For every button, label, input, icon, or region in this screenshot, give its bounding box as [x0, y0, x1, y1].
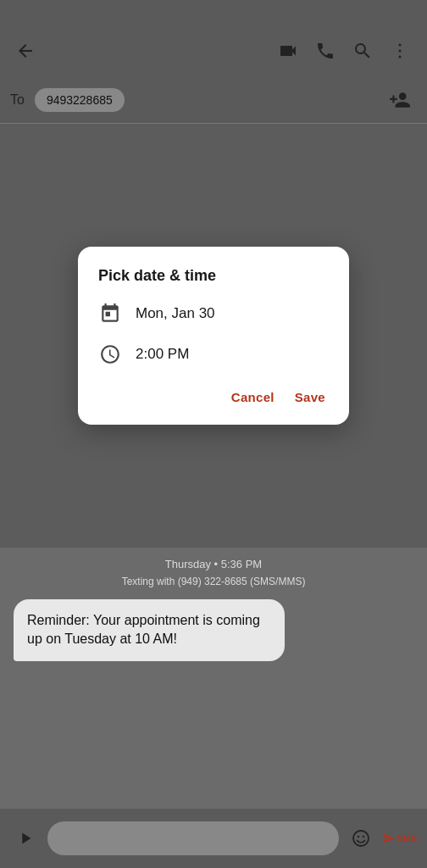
pick-date-time-dialog: Pick date & time Mon, Jan 30 2:00 PM — [78, 247, 349, 425]
send-sms-button[interactable]: SMS — [383, 821, 417, 855]
search-button[interactable] — [346, 34, 380, 68]
toolbar — [0, 25, 427, 76]
cancel-button[interactable]: Cancel — [228, 383, 278, 411]
back-button[interactable] — [10, 36, 41, 66]
input-bar: SMS — [0, 809, 427, 868]
bottom-chat-area: Thursday • 5:36 PM Texting with (949) 32… — [0, 548, 427, 661]
add-contact-button[interactable] — [383, 83, 417, 117]
dialog-actions: Cancel Save — [98, 383, 329, 411]
video-call-button[interactable] — [271, 34, 305, 68]
save-button[interactable]: Save — [291, 383, 329, 411]
phone-call-button[interactable] — [308, 34, 342, 68]
to-field: To 9493228685 — [0, 76, 427, 124]
emoji-button[interactable] — [346, 823, 376, 854]
chat-subtitle: Texting with (949) 322-8685 (SMS/MMS) — [14, 576, 413, 587]
svg-point-4 — [358, 836, 359, 837]
calendar-icon — [98, 302, 122, 326]
dialog-title: Pick date & time — [98, 267, 329, 285]
clock-icon — [98, 342, 122, 366]
recipient-chip[interactable]: 9493228685 — [35, 88, 125, 112]
chat-area: Pick date & time Mon, Jan 30 2:00 PM — [0, 124, 427, 548]
time-row[interactable]: 2:00 PM — [98, 342, 329, 366]
svg-point-0 — [399, 44, 402, 47]
to-label: To — [10, 92, 25, 108]
dialog-overlay: Pick date & time Mon, Jan 30 2:00 PM — [0, 124, 427, 548]
svg-point-5 — [363, 836, 364, 837]
more-options-button[interactable] — [383, 34, 417, 68]
toolbar-actions — [271, 34, 417, 68]
date-row[interactable]: Mon, Jan 30 — [98, 302, 329, 326]
sms-label: SMS — [396, 833, 417, 843]
status-bar — [0, 0, 427, 25]
expand-button[interactable] — [10, 823, 41, 854]
message-input[interactable] — [47, 821, 339, 855]
svg-point-2 — [399, 56, 402, 58]
date-value: Mon, Jan 30 — [136, 305, 215, 322]
time-value: 2:00 PM — [136, 346, 189, 363]
chat-timestamp: Thursday • 5:36 PM — [14, 558, 413, 570]
svg-point-3 — [353, 831, 369, 846]
svg-point-1 — [399, 50, 402, 53]
chat-bubble: Reminder: Your appointment is coming up … — [14, 599, 285, 661]
